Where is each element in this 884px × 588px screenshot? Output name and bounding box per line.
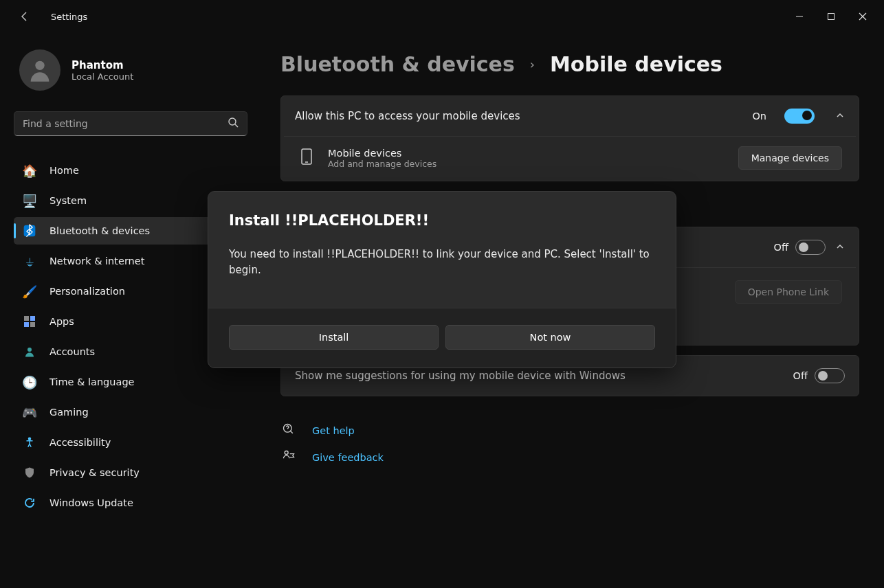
mobile-devices-title: Mobile devices bbox=[328, 148, 437, 159]
footer-links: Get help Give feedback bbox=[280, 417, 859, 471]
breadcrumb-parent[interactable]: Bluetooth & devices bbox=[280, 52, 515, 76]
apps-icon bbox=[22, 314, 37, 329]
nav-home[interactable]: 🏠Home bbox=[14, 157, 250, 184]
nav-label: Network & internet bbox=[49, 256, 144, 267]
breadcrumb: Bluetooth & devices › Mobile devices bbox=[280, 52, 859, 76]
breadcrumb-current: Mobile devices bbox=[550, 52, 722, 76]
nav-label: Accounts bbox=[49, 346, 95, 357]
toggle-state-on: On bbox=[752, 111, 766, 122]
nav-gaming[interactable]: 🎮Gaming bbox=[14, 398, 250, 426]
system-icon: 🖥️ bbox=[22, 193, 37, 208]
svg-point-3 bbox=[229, 118, 236, 125]
svg-rect-7 bbox=[30, 316, 35, 321]
allow-access-header[interactable]: Allow this PC to access your mobile devi… bbox=[281, 96, 859, 136]
svg-point-10 bbox=[27, 348, 32, 352]
svg-rect-9 bbox=[30, 322, 35, 327]
mobile-devices-subtitle: Add and manage devices bbox=[328, 159, 437, 169]
give-feedback-link[interactable]: Give feedback bbox=[282, 444, 859, 471]
not-now-button[interactable]: Not now bbox=[445, 325, 655, 350]
brush-icon: 🖌️ bbox=[22, 284, 37, 299]
person-icon bbox=[22, 344, 37, 359]
close-button[interactable] bbox=[847, 5, 879, 27]
window-title: Settings bbox=[51, 12, 87, 22]
feedback-icon bbox=[282, 449, 300, 465]
manage-devices-button[interactable]: Manage devices bbox=[738, 146, 842, 170]
nav-accessibility[interactable]: Accessibility bbox=[14, 429, 250, 456]
nav-label: Bluetooth & devices bbox=[49, 225, 150, 236]
home-icon: 🏠 bbox=[22, 163, 37, 178]
search-input[interactable] bbox=[23, 118, 228, 129]
nav-label: Personalization bbox=[49, 286, 125, 297]
minimize-button[interactable] bbox=[784, 5, 815, 27]
get-help-text[interactable]: Get help bbox=[312, 425, 355, 436]
svg-rect-8 bbox=[24, 322, 29, 327]
svg-point-11 bbox=[29, 438, 31, 440]
nav-label: Windows Update bbox=[49, 497, 133, 508]
suggestions-toggle[interactable] bbox=[815, 368, 845, 383]
shield-icon bbox=[22, 465, 37, 480]
title-bar: Settings bbox=[0, 0, 884, 33]
nav-label: Home bbox=[49, 165, 79, 176]
nav-privacy[interactable]: Privacy & security bbox=[14, 459, 250, 486]
svg-rect-6 bbox=[24, 316, 29, 321]
nav-time-language[interactable]: 🕒Time & language bbox=[14, 368, 250, 396]
svg-point-2 bbox=[35, 61, 44, 70]
maximize-button[interactable] bbox=[815, 5, 847, 27]
dialog-body: You need to install !!PLACEHOLDER!! to l… bbox=[229, 247, 655, 278]
nav-label: Accessibility bbox=[49, 437, 111, 448]
nav-windows-update[interactable]: Windows Update bbox=[14, 489, 250, 517]
user-profile[interactable]: Phantom Local Account bbox=[14, 44, 250, 102]
phone-icon bbox=[298, 148, 316, 168]
toggle-state-off: Off bbox=[774, 242, 788, 253]
bluetooth-icon bbox=[22, 223, 37, 238]
user-name: Phantom bbox=[71, 59, 133, 71]
user-type: Local Account bbox=[71, 71, 133, 82]
give-feedback-text[interactable]: Give feedback bbox=[312, 452, 384, 463]
gamepad-icon: 🎮 bbox=[22, 405, 37, 420]
allow-access-toggle[interactable] bbox=[784, 109, 815, 124]
svg-line-4 bbox=[235, 124, 238, 127]
avatar bbox=[19, 49, 60, 91]
wifi-icon: ⏚ bbox=[22, 253, 37, 269]
nav-label: Apps bbox=[49, 316, 74, 327]
allow-access-card: Allow this PC to access your mobile devi… bbox=[280, 95, 859, 181]
svg-rect-1 bbox=[828, 14, 835, 20]
nav-label: Gaming bbox=[49, 407, 89, 418]
search-icon bbox=[228, 117, 239, 131]
get-help-link[interactable]: Get help bbox=[282, 417, 859, 444]
allow-access-label: Allow this PC to access your mobile devi… bbox=[295, 110, 520, 122]
nav-label: Time & language bbox=[49, 376, 135, 387]
phone-link-toggle[interactable] bbox=[795, 240, 826, 255]
nav-label: System bbox=[49, 195, 87, 206]
chevron-up-icon[interactable] bbox=[835, 241, 845, 254]
update-icon bbox=[22, 495, 37, 510]
nav-label: Privacy & security bbox=[49, 467, 140, 478]
suggestions-label: Show me suggestions for using my mobile … bbox=[295, 370, 626, 382]
clock-icon: 🕒 bbox=[22, 374, 37, 389]
svg-point-15 bbox=[285, 451, 288, 455]
search-box[interactable] bbox=[14, 111, 247, 136]
accessibility-icon bbox=[22, 435, 37, 450]
dialog-title: Install !!PLACEHOLDER!! bbox=[229, 212, 655, 229]
install-dialog: Install !!PLACEHOLDER!! You need to inst… bbox=[208, 191, 676, 368]
help-icon bbox=[282, 422, 300, 438]
chevron-right-icon: › bbox=[530, 57, 535, 71]
toggle-state-off: Off bbox=[793, 370, 808, 381]
install-button[interactable]: Install bbox=[229, 325, 439, 350]
mobile-devices-row: Mobile devices Add and manage devices Ma… bbox=[284, 136, 856, 181]
chevron-up-icon[interactable] bbox=[835, 110, 845, 123]
open-phone-link-button[interactable]: Open Phone Link bbox=[735, 280, 842, 304]
back-button[interactable] bbox=[15, 7, 34, 26]
